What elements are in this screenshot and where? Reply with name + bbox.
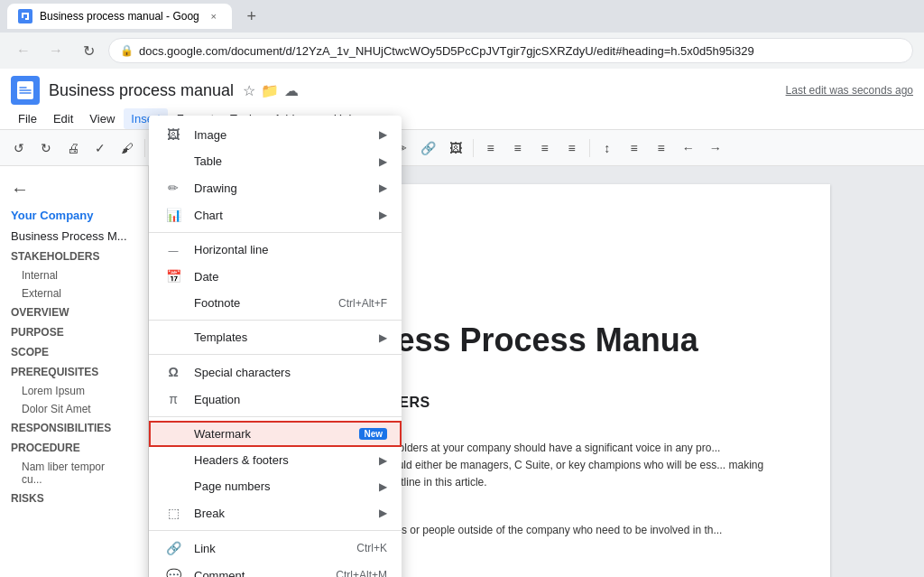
- menu-item-table[interactable]: Table ▶: [149, 148, 402, 174]
- document-title[interactable]: Business process manual: [49, 81, 234, 100]
- new-tab-button[interactable]: +: [239, 4, 264, 29]
- sidebar-item-external[interactable]: External: [0, 284, 148, 302]
- redo-button[interactable]: ↻: [34, 136, 58, 160]
- address-bar[interactable]: 🔒 docs.google.com/document/d/12YzA_1v_NH…: [108, 38, 913, 63]
- menu-bar: File Edit View Insert Format Tools Add-o…: [11, 108, 913, 129]
- menu-divider-3: [149, 354, 402, 355]
- hline-menu-label: Horizontal line: [194, 243, 387, 256]
- comment-menu-icon: 💬: [163, 568, 183, 577]
- tab-favicon: [18, 9, 32, 23]
- menu-item-comment[interactable]: 💬 Comment Ctrl+Alt+M: [149, 562, 402, 577]
- link-menu-icon: 🔗: [163, 541, 183, 555]
- lock-icon: 🔒: [120, 44, 134, 57]
- back-button[interactable]: ←: [11, 38, 36, 63]
- undo-button[interactable]: ↺: [7, 136, 31, 160]
- menu-view[interactable]: View: [82, 108, 122, 129]
- active-tab[interactable]: Business process manual - Goog ×: [7, 4, 232, 29]
- print-button[interactable]: 🖨: [61, 136, 85, 160]
- link-shortcut: Ctrl+K: [356, 542, 387, 554]
- comment-shortcut: Ctrl+Alt+M: [336, 569, 387, 577]
- menu-item-drawing[interactable]: ✏ Drawing ▶: [149, 174, 402, 201]
- menu-item-watermark[interactable]: Watermark New: [149, 421, 402, 447]
- align-left-button[interactable]: ≡: [479, 136, 503, 160]
- justify-button[interactable]: ≡: [560, 136, 584, 160]
- menu-item-horizontal-line[interactable]: — Horizontal line: [149, 237, 402, 263]
- menu-file[interactable]: File: [11, 108, 44, 129]
- sidebar-item-procedure[interactable]: PROCEDURE: [0, 438, 148, 458]
- tab-close-button[interactable]: ×: [207, 9, 221, 23]
- break-arrow: ▶: [379, 507, 387, 519]
- image-menu-arrow: ▶: [379, 128, 387, 141]
- sidebar-item-risks[interactable]: RISKS: [0, 489, 148, 508]
- indent-decrease-button[interactable]: ←: [677, 136, 700, 160]
- indent-increase-button[interactable]: →: [704, 136, 727, 160]
- sidebar-item-stakeholders[interactable]: STAKEHOLDERS: [0, 247, 148, 266]
- sidebar-item-responsibilities[interactable]: RESPONSIBILITIES: [0, 418, 148, 438]
- break-icon: ⬚: [163, 506, 183, 520]
- menu-item-footnote[interactable]: Footnote Ctrl+Alt+F: [149, 290, 402, 316]
- menu-item-equation[interactable]: π Equation: [149, 386, 402, 413]
- sidebar: ← Your Company Business Process M... STA…: [0, 166, 149, 577]
- toolbar-divider-1: [144, 139, 145, 157]
- browser-tab-bar: Business process manual - Goog × +: [0, 0, 924, 33]
- sidebar-item-scope[interactable]: SCOPE: [0, 342, 148, 362]
- headers-footers-arrow: ▶: [379, 454, 387, 467]
- sidebar-item-purpose[interactable]: PURPOSE: [0, 322, 148, 342]
- list-button[interactable]: ≡: [623, 136, 646, 160]
- menu-item-image[interactable]: 🖼 Image ▶: [149, 121, 402, 148]
- menu-item-special-chars[interactable]: Ω Special characters: [149, 358, 402, 386]
- last-edit-status[interactable]: Last edit was seconds ago: [786, 84, 913, 97]
- menu-item-page-numbers[interactable]: Page numbers ▶: [149, 473, 402, 499]
- image-button[interactable]: 🖼: [444, 136, 467, 160]
- image-menu-label: Image: [194, 128, 379, 142]
- refresh-button[interactable]: ↻: [76, 38, 101, 63]
- toolbar: ↺ ↻ 🖨 ✓ 🖌 Arial N... − 36 + B I U A ✏ 🔗 …: [0, 130, 924, 166]
- toolbar-divider-5: [589, 139, 590, 157]
- main-area: ← Your Company Business Process M... STA…: [0, 166, 924, 577]
- forward-button[interactable]: →: [43, 38, 69, 63]
- new-badge: New: [359, 428, 387, 440]
- page-numbers-arrow: ▶: [379, 480, 387, 493]
- menu-item-templates[interactable]: Templates ▶: [149, 324, 402, 350]
- menu-edit[interactable]: Edit: [46, 108, 80, 129]
- sidebar-item-overview[interactable]: OVERVIEW: [0, 302, 148, 322]
- docs-header: Business process manual ☆ 📁 ☁ Last edit …: [0, 69, 924, 130]
- menu-item-chart[interactable]: 📊 Chart ▶: [149, 201, 402, 228]
- paint-format-button[interactable]: 🖌: [116, 136, 139, 160]
- sidebar-item-dolor[interactable]: Dolor Sit Amet: [0, 400, 148, 418]
- star-icon[interactable]: ☆: [243, 82, 255, 99]
- equation-label: Equation: [194, 393, 387, 406]
- templates-menu-label: Templates: [194, 330, 379, 344]
- spellcheck-button[interactable]: ✓: [88, 136, 112, 160]
- date-menu-label: Date: [194, 270, 387, 284]
- chart-menu-icon: 📊: [163, 208, 183, 222]
- menu-item-headers-footers[interactable]: Headers & footers ▶: [149, 447, 402, 473]
- line-spacing-button[interactable]: ↕: [596, 136, 619, 160]
- sidebar-item-company[interactable]: Your Company: [0, 205, 148, 226]
- footnote-menu-label: Footnote: [194, 296, 338, 310]
- sidebar-item-lorem[interactable]: Lorem Ipsum: [0, 382, 148, 400]
- cloud-icon[interactable]: ☁: [284, 82, 299, 99]
- numbered-list-button[interactable]: ≡: [650, 136, 673, 160]
- image-menu-icon: 🖼: [163, 127, 183, 142]
- sidebar-item-internal[interactable]: Internal: [0, 266, 148, 284]
- toolbar-divider-4: [473, 139, 474, 157]
- comment-menu-label: Comment: [194, 569, 336, 578]
- footnote-shortcut: Ctrl+Alt+F: [338, 297, 387, 310]
- equation-icon: π: [163, 392, 183, 406]
- sidebar-back-button[interactable]: ←: [0, 173, 148, 205]
- align-right-button[interactable]: ≡: [533, 136, 557, 160]
- link-menu-label: Link: [194, 542, 356, 555]
- folder-icon[interactable]: 📁: [261, 82, 279, 99]
- menu-divider-4: [149, 416, 402, 417]
- page-numbers-label: Page numbers: [194, 479, 379, 493]
- sidebar-item-prerequisites[interactable]: PREREQUISITES: [0, 362, 148, 382]
- sidebar-item-nam[interactable]: Nam liber tempor cu...: [0, 458, 148, 489]
- link-button[interactable]: 🔗: [417, 136, 440, 160]
- menu-item-link[interactable]: 🔗 Link Ctrl+K: [149, 535, 402, 562]
- align-center-button[interactable]: ≡: [506, 136, 530, 160]
- menu-item-date[interactable]: 📅 Date: [149, 263, 402, 290]
- chart-menu-arrow: ▶: [379, 209, 387, 221]
- sidebar-item-business-process[interactable]: Business Process M...: [0, 226, 148, 247]
- menu-item-break[interactable]: ⬚ Break ▶: [149, 499, 402, 526]
